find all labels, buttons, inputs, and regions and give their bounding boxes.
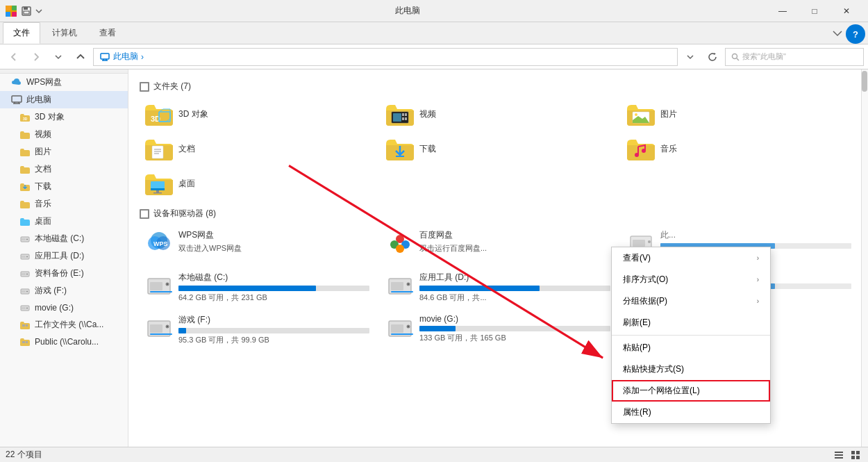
status-bar: 22 个项目: [0, 447, 868, 462]
sidebar-item-picture[interactable]: 图片: [0, 143, 128, 160]
folder-item-picture[interactable]: 图片: [621, 98, 857, 130]
sidebar-item-drive-d[interactable]: 应用工具 (D:): [0, 247, 128, 265]
svg-rect-3: [12, 12, 17, 17]
sidebar-item-drive-g[interactable]: movie (G:): [0, 299, 128, 316]
drive-g-info: movie (G:) 133 GB 可用，共 165 GB: [419, 314, 610, 343]
drive-item-d[interactable]: 应用工具 (D:) 84.6 GB 可用，共...: [381, 267, 616, 307]
address-path[interactable]: 此电脑 ›: [93, 48, 678, 66]
ctx-group[interactable]: 分组依据(P) ›: [612, 290, 770, 312]
ctx-paste[interactable]: 粘贴(P): [612, 337, 770, 358]
drive-item-c[interactable]: 本地磁盘 (C:) 64.2 GB 可用，共 231 GB: [140, 267, 375, 307]
dropdown-icon[interactable]: [35, 7, 43, 15]
drive-f-info: 游戏 (F:) 95.3 GB 可用，共 99.9 GB: [178, 314, 369, 345]
ctx-sort[interactable]: 排序方式(O) ›: [612, 269, 770, 290]
ctx-properties[interactable]: 属性(R): [612, 402, 770, 423]
tab-computer[interactable]: 计算机: [42, 22, 87, 44]
dropdown-path-button[interactable]: [681, 47, 700, 67]
drive-c-icon-large: [145, 272, 173, 299]
sidebar-item-wps[interactable]: WPS网盘: [0, 74, 128, 91]
folder-doc-icon: [19, 164, 31, 175]
search-box[interactable]: 搜索"此电脑": [725, 48, 864, 66]
wps-drive-icon: WPS: [145, 229, 173, 257]
folder-3d-icon-large: 3D: [145, 102, 173, 126]
content-scrollbar[interactable]: [861, 69, 868, 447]
drive-g-name: movie (G:): [419, 314, 610, 324]
folder-3d-icon: 3D: [19, 112, 31, 123]
save-icon[interactable]: [21, 6, 32, 17]
refresh-button[interactable]: [703, 47, 722, 67]
ctx-paste-shortcut[interactable]: 粘贴快捷方式(S): [612, 358, 770, 380]
context-menu: 查看(V) › 排序方式(O) › 分组依据(P) › 刷新(E) 粘贴(P) …: [611, 247, 771, 424]
forward-button[interactable]: [26, 47, 46, 67]
sidebar-download-label: 下载: [35, 181, 51, 192]
svg-rect-20: [22, 238, 26, 240]
svg-point-28: [26, 290, 28, 292]
close-button[interactable]: ✕: [831, 0, 862, 22]
drive-item-f[interactable]: 游戏 (F:) 95.3 GB 可用，共 99.9 GB: [140, 310, 375, 349]
ctx-refresh[interactable]: 刷新(E): [612, 312, 770, 333]
sidebar-item-3d[interactable]: 3D 3D 对象: [0, 108, 128, 126]
search-placeholder: 搜索"此电脑": [742, 51, 786, 62]
ctx-view[interactable]: 查看(V) ›: [612, 247, 770, 269]
svg-rect-40: [393, 113, 401, 122]
drive-f-icon-large: [145, 314, 173, 342]
svg-text:WPS: WPS: [153, 240, 168, 247]
drive-item-g[interactable]: movie (G:) 133 GB 可用，共 165 GB: [381, 310, 616, 349]
sidebar-item-public[interactable]: Public (\\Carolu...: [0, 333, 128, 350]
sidebar-drive-c-label: 本地磁盘 (C:): [35, 233, 84, 245]
sidebar-item-drive-c[interactable]: 本地磁盘 (C:): [0, 230, 128, 247]
back-button[interactable]: [4, 47, 24, 67]
details-view-button[interactable]: [832, 449, 846, 461]
svg-point-19: [26, 238, 28, 240]
folder-picture-icon: [19, 147, 31, 158]
svg-rect-72: [150, 282, 162, 290]
drive-item-wps[interactable]: WPS WPS网盘 双击进入WPS网盘: [140, 225, 375, 265]
drive-d-icon-large: [386, 272, 414, 299]
folder-item-video[interactable]: 视频: [381, 98, 616, 130]
sidebar-item-download[interactable]: 下载: [0, 178, 128, 195]
svg-rect-78: [391, 291, 413, 292]
large-icons-view-button[interactable]: [849, 449, 862, 461]
path-segment[interactable]: 此电脑: [113, 51, 138, 63]
svg-point-52: [635, 153, 639, 157]
svg-rect-2: [6, 12, 10, 17]
expand-ribbon-icon[interactable]: [832, 28, 843, 39]
sidebar-item-desktop[interactable]: 桌面: [0, 213, 128, 230]
ctx-add-network[interactable]: 添加一个网络位置(L): [612, 380, 770, 402]
sidebar-item-music[interactable]: 音乐: [0, 195, 128, 213]
folder-download-icon-large: [386, 137, 414, 160]
sidebar-item-video[interactable]: 视频: [0, 126, 128, 143]
svg-rect-47: [152, 146, 163, 158]
drive-d-info: 应用工具 (D:) 84.6 GB 可用，共...: [419, 272, 610, 303]
network-folder-icon: [19, 320, 31, 331]
folder-item-download[interactable]: 下载: [381, 133, 616, 165]
folder-item-desktop[interactable]: 桌面: [140, 167, 375, 199]
minimize-button[interactable]: —: [767, 0, 799, 22]
path-arrow: ›: [141, 52, 144, 62]
sidebar-drive-g-label: movie (G:): [35, 303, 74, 313]
dropdown-nav-button[interactable]: [49, 47, 68, 67]
sidebar-item-doc[interactable]: 文档: [0, 160, 128, 178]
sidebar-item-this-pc[interactable]: 此电脑: [0, 91, 128, 108]
drive-item-baidu[interactable]: 百度网盘 双击运行百度网盘...: [381, 225, 616, 265]
tab-file[interactable]: 文件: [3, 22, 40, 44]
sidebar-video-label: 视频: [35, 129, 51, 140]
folder-item-music[interactable]: 音乐: [621, 133, 857, 165]
drive-c-info: 本地磁盘 (C:) 64.2 GB 可用，共 231 GB: [178, 272, 369, 303]
up-button[interactable]: [71, 47, 90, 67]
tab-view[interactable]: 查看: [89, 22, 126, 44]
help-button[interactable]: ?: [846, 24, 865, 44]
sidebar-desktop-label: 桌面: [35, 215, 51, 227]
sidebar-item-drive-f[interactable]: 游戏 (F:): [0, 282, 128, 299]
svg-rect-42: [402, 117, 404, 120]
restore-button[interactable]: □: [799, 0, 831, 22]
svg-rect-99: [856, 451, 860, 454]
folder-item-doc[interactable]: 文档: [140, 133, 375, 165]
scrollbar-thumb[interactable]: [862, 71, 867, 92]
svg-rect-43: [405, 113, 407, 116]
sidebar-item-drive-e[interactable]: 资料备份 (E:): [0, 265, 128, 282]
public-folder-icon: [19, 336, 31, 347]
svg-point-46: [635, 113, 637, 116]
folder-item-3d[interactable]: 3D 3D 对象: [140, 98, 375, 130]
sidebar-item-work-files[interactable]: 工作文件夹 (\\Ca...: [0, 316, 128, 333]
